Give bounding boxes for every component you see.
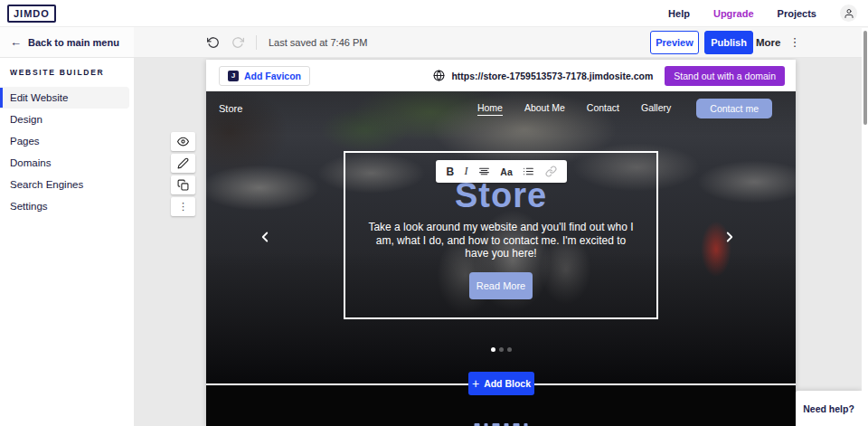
- nav-item-about-me[interactable]: About Me: [524, 102, 565, 115]
- toolbar-divider: [256, 35, 257, 50]
- site-url-group: https://store-1759513573-7178.jimdosite.…: [433, 70, 653, 81]
- globe-icon: [433, 70, 445, 81]
- kebab-menu-icon[interactable]: ⋮: [788, 36, 800, 48]
- italic-icon[interactable]: I: [464, 165, 467, 178]
- site-brand[interactable]: Store: [219, 103, 242, 114]
- website-preview: J Add Favicon https://store-1759513573-7…: [206, 60, 796, 426]
- more-menu: More ⋮: [756, 27, 800, 57]
- hero-body-text[interactable]: Take a look around my website and you'll…: [365, 221, 637, 260]
- kebab-menu-icon: ⋮: [178, 202, 188, 212]
- favicon-icon: J: [228, 71, 239, 81]
- sidebar-item-pages[interactable]: Pages: [0, 130, 129, 152]
- block-tools: ⋮: [171, 132, 195, 219]
- sidebar-item-design[interactable]: Design: [0, 109, 129, 130]
- brush-icon: [177, 157, 189, 169]
- need-help-button[interactable]: Need help?: [796, 391, 862, 426]
- jimdo-logo[interactable]: JIMDO: [7, 5, 56, 23]
- top-bar: JIMDO Help Upgrade Projects: [0, 0, 868, 27]
- scrollbar-track[interactable]: [862, 28, 868, 426]
- help-link[interactable]: Help: [668, 8, 690, 19]
- nav-item-contact[interactable]: Contact: [587, 102, 619, 115]
- sidebar-item-search-engines[interactable]: Search Engines: [0, 174, 129, 195]
- font-icon[interactable]: Aa: [500, 166, 512, 177]
- last-saved-text: Last saved at 7:46 PM: [269, 37, 367, 48]
- undo-icon[interactable]: [207, 36, 220, 49]
- link-icon[interactable]: [545, 166, 557, 177]
- nav-item-home[interactable]: Home: [477, 102, 503, 116]
- history-controls: Last saved at 7:46 PM: [207, 27, 367, 57]
- carousel-dots: [206, 347, 796, 352]
- nav-item-gallery[interactable]: Gallery: [641, 102, 671, 115]
- add-favicon-button[interactable]: J Add Favicon: [219, 66, 310, 86]
- scrollbar-thumb[interactable]: [863, 31, 867, 125]
- user-avatar-icon[interactable]: [840, 5, 857, 22]
- jimdo-editor-window: JIMDO Help Upgrade Projects ← Back to ma…: [0, 0, 868, 426]
- domain-cta-button[interactable]: Stand out with a domain: [665, 66, 785, 86]
- text-format-toolbar: B I Aa: [436, 160, 567, 183]
- list-icon[interactable]: [523, 166, 534, 177]
- carousel-dot-2[interactable]: [499, 347, 504, 352]
- align-center-icon[interactable]: [478, 166, 490, 177]
- duplicate-block-button[interactable]: [171, 175, 195, 194]
- site-nav: Store Home About Me Contact Gallery Cont…: [206, 91, 796, 120]
- sidebar-item-edit-website[interactable]: Edit Website: [0, 87, 129, 109]
- bold-icon[interactable]: B: [446, 166, 454, 178]
- back-to-main-menu-button[interactable]: ← Back to main menu: [0, 27, 134, 57]
- sidebar-item-settings[interactable]: Settings: [0, 195, 129, 217]
- add-favicon-label: Add Favicon: [244, 71, 301, 81]
- preview-button[interactable]: Preview: [650, 31, 699, 54]
- copy-icon: [177, 179, 189, 191]
- carousel-prev-icon[interactable]: [257, 224, 273, 250]
- eye-icon: [177, 136, 189, 147]
- contact-me-button[interactable]: Contact me: [696, 99, 772, 118]
- hero-section[interactable]: Store Home About Me Contact Gallery Cont…: [206, 91, 796, 383]
- carousel-dot-1[interactable]: [491, 347, 495, 352]
- upgrade-link[interactable]: Upgrade: [713, 8, 754, 19]
- sidebar: WEBSITE BUILDER Edit Website Design Page…: [0, 58, 134, 426]
- redo-icon[interactable]: [231, 36, 244, 49]
- hide-block-button[interactable]: [171, 132, 195, 151]
- top-links: Help Upgrade Projects: [668, 5, 857, 22]
- projects-link[interactable]: Projects: [778, 8, 816, 19]
- more-button[interactable]: More: [756, 37, 780, 48]
- sidebar-item-domains[interactable]: Domains: [0, 152, 129, 174]
- editor-toolbar: ← Back to main menu Last saved at 7:46 P…: [0, 27, 868, 58]
- plus-icon: +: [472, 377, 479, 390]
- style-block-button[interactable]: [171, 154, 195, 173]
- add-block-button[interactable]: + Add Block: [468, 372, 534, 395]
- back-label: Back to main menu: [28, 37, 119, 48]
- carousel-next-icon[interactable]: [722, 224, 738, 250]
- add-block-label: Add Block: [484, 378, 531, 389]
- favicon-bar: J Add Favicon https://store-1759513573-7…: [206, 60, 796, 91]
- read-more-button[interactable]: Read More: [469, 272, 533, 299]
- site-url[interactable]: https://store-1759513573-7178.jimdosite.…: [451, 71, 653, 81]
- carousel-dot-3[interactable]: [507, 347, 512, 352]
- sidebar-title: WEBSITE BUILDER: [10, 68, 134, 77]
- back-arrow-icon: ←: [10, 36, 22, 48]
- block-more-button[interactable]: ⋮: [171, 197, 195, 216]
- editor-canvas: ⋮ J Add Favicon https://store-1759513573…: [134, 58, 862, 426]
- publish-button[interactable]: Publish: [704, 31, 753, 54]
